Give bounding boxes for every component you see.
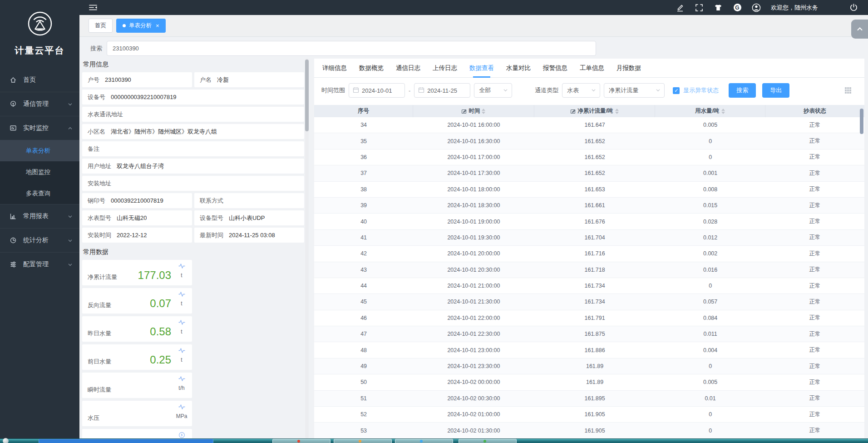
table-row[interactable]: 452024-10-01 21:30:00161.7340.057正常 — [314, 294, 864, 310]
meter-info-panel: 常用信息 户号23100390户名冷新设备号000000003922100078… — [82, 59, 304, 443]
table-row[interactable]: 402024-10-01 19:00:00161.6760.028正常 — [314, 214, 864, 229]
calendar-icon — [418, 87, 424, 95]
tab-data-overview[interactable]: 数据概览 — [359, 59, 384, 78]
sort-carets[interactable] — [721, 109, 725, 114]
field-value: 00000000392210007819 — [111, 94, 177, 100]
tab-data-view[interactable]: 数据查看 — [469, 59, 494, 78]
scrollbar-thumb[interactable] — [305, 60, 309, 131]
info-field: 钢印号0000392210007819 — [82, 193, 192, 208]
taskbar-window-button[interactable] — [272, 439, 330, 443]
tab-water-compare[interactable]: 水量对比 — [506, 59, 531, 78]
taskbar-window-button[interactable] — [459, 439, 517, 443]
table-row[interactable]: 462024-10-01 22:00:00161.7910.084正常 — [314, 310, 864, 326]
info-field: 水表通讯地址 — [82, 107, 304, 122]
sidebar-item-home[interactable]: 首页 — [0, 68, 79, 92]
collapse-sidebar-icon[interactable] — [89, 3, 98, 12]
sort-carets[interactable] — [482, 109, 485, 114]
search-label: 搜索 — [90, 45, 102, 53]
sort-carets[interactable] — [615, 109, 619, 114]
date-range-label: 时间范围 — [321, 86, 345, 95]
data-table: 序号时间净累计流量/吨用水量/吨抄表状态 342024-10-01 16:00:… — [314, 105, 864, 439]
field-value: 2024-11-25 03:08 — [229, 232, 275, 239]
table-row[interactable]: 412024-10-01 19:30:00161.7040.012正常 — [314, 230, 864, 246]
tab-detail-info[interactable]: 详细信息 — [322, 59, 347, 78]
table-row[interactable]: 362024-10-01 17:00:00161.6520正常 — [314, 149, 864, 165]
tab-workorder-info[interactable]: 工单信息 — [580, 59, 604, 78]
taskbar-active-window[interactable] — [39, 439, 213, 443]
tab-home[interactable]: 首页 — [89, 19, 113, 33]
app-title: 计量云平台 — [0, 45, 79, 57]
collapse-panel-button[interactable] — [851, 20, 868, 39]
interval-select[interactable]: 全部 — [474, 83, 512, 98]
table-row[interactable]: 492024-10-01 23:30:00161.890正常 — [314, 358, 864, 374]
table-row[interactable]: 432024-10-01 20:30:00161.7180.016正常 — [314, 262, 864, 278]
sidebar-item-config-mgmt[interactable]: 配置管理 — [0, 252, 79, 276]
abnormal-status-label[interactable]: 显示异常状态 — [683, 86, 719, 95]
os-taskbar — [0, 438, 868, 443]
stat-label: 反向流量 — [88, 301, 111, 309]
search-input[interactable] — [107, 41, 596, 56]
avatar-icon[interactable] — [752, 3, 761, 12]
sidebar-item-stats-analysis[interactable]: 统计分析 — [0, 228, 79, 252]
tab-single-meter-analysis[interactable]: 单表分析 × — [116, 19, 166, 33]
tab-upload-log[interactable]: 上传日志 — [433, 59, 457, 78]
info-grid: 户号23100390户名冷新设备号00000000392210007819水表通… — [82, 72, 304, 243]
field-value: 冷新 — [217, 76, 229, 84]
sidebar-item-map-monitor[interactable]: 地图监控 — [0, 161, 79, 183]
channel-select[interactable]: 水表 — [562, 83, 600, 98]
edit-icon[interactable] — [676, 3, 685, 12]
tab-comm-log[interactable]: 通信日志 — [396, 59, 420, 78]
table-row[interactable]: 372024-10-01 17:30:00161.6520.001正常 — [314, 165, 864, 181]
table-row[interactable]: 442024-10-01 21:00:00161.7340正常 — [314, 278, 864, 294]
sidebar-item-common-reports[interactable]: 常用报表 — [0, 204, 79, 228]
column-settings-grid-icon[interactable] — [844, 87, 852, 94]
stat-unit: t — [181, 300, 182, 307]
sidebar: 计量云平台 首页通信管理实时监控单表分析地图监控多表查询常用报表统计分析配置管理 — [0, 0, 79, 443]
taskbar-window-button[interactable] — [395, 439, 453, 443]
close-icon[interactable]: × — [156, 22, 159, 29]
theme-shirt-icon[interactable] — [714, 3, 723, 12]
stats-grid: 净累计流量177.03t反向流量0.07t昨日水量0.58t前日水量0.25t瞬… — [82, 260, 304, 443]
fullscreen-icon[interactable] — [695, 3, 704, 12]
table-row[interactable]: 532024-10-02 01:30:00161.9050正常 — [314, 423, 864, 438]
stat-label: 前日水量 — [88, 358, 111, 366]
power-icon[interactable] — [849, 3, 858, 12]
field-label: 户号 — [88, 76, 99, 84]
abnormal-status-checkbox[interactable]: ✓ — [673, 87, 680, 94]
taskbar-window-button[interactable] — [334, 439, 392, 443]
chevron-down-icon — [67, 262, 73, 267]
search-button[interactable]: 搜索 — [729, 83, 756, 98]
start-button[interactable] — [3, 438, 9, 443]
table-scrollbar-thumb[interactable] — [860, 109, 863, 134]
table-row[interactable]: 392024-10-01 18:30:00161.6610.015正常 — [314, 198, 864, 214]
table-row[interactable]: 472024-10-01 22:30:00161.8750.011正常 — [314, 326, 864, 342]
table-row[interactable]: 502024-10-02 00:00:00161.890.005正常 — [314, 374, 864, 390]
field-label: 备注 — [88, 145, 99, 153]
g-translate-icon[interactable]: G — [733, 3, 742, 12]
sidebar-item-comm-mgmt[interactable]: 通信管理 — [0, 92, 79, 116]
table-row[interactable]: 522024-10-02 01:00:00161.9050正常 — [314, 407, 864, 423]
left-panel-scrollbar[interactable] — [305, 59, 309, 438]
start-date-input[interactable]: 2024-10-01 — [349, 83, 405, 98]
meter-data-panel: 详细信息数据概览通信日志上传日志数据查看水量对比报警信息工单信息月报数据 时间范… — [314, 59, 864, 443]
info-field: 用户地址双龙寺八组台子湾 — [82, 159, 304, 174]
table-row[interactable]: 352024-10-01 16:30:00161.6520正常 — [314, 133, 864, 149]
stat-value: 0.25 — [150, 353, 171, 366]
info-field: 最新时间2024-11-25 03:08 — [194, 228, 304, 243]
tab-monthly-report[interactable]: 月报数据 — [616, 59, 641, 78]
export-button[interactable]: 导出 — [762, 83, 789, 98]
table-row[interactable]: 422024-10-01 20:00:00161.7160.002正常 — [314, 246, 864, 262]
table-row[interactable]: 382024-10-01 18:00:00161.6530.008正常 — [314, 182, 864, 198]
end-date-input[interactable]: 2024-11-25 — [414, 83, 470, 98]
sidebar-item-realtime-monitor[interactable]: 实时监控 — [0, 116, 79, 140]
table-row[interactable]: 512024-10-02 00:30:00161.8950.01正常 — [314, 391, 864, 407]
metric-select[interactable]: 净累计流量 — [604, 83, 665, 98]
stat-unit: t — [181, 329, 182, 335]
stat-value: 0.58 — [150, 325, 171, 338]
table-row[interactable]: 482024-10-01 23:00:00161.8860.004正常 — [314, 342, 864, 358]
tab-alarm-info[interactable]: 报警信息 — [543, 59, 567, 78]
sidebar-item-single-meter-analysis[interactable]: 单表分析 — [0, 140, 79, 161]
stat-card: 净累计流量177.03t — [82, 260, 192, 285]
sidebar-item-multi-meter-query[interactable]: 多表查询 — [0, 183, 79, 204]
table-row[interactable]: 342024-10-01 16:00:00161.6470.005正常 — [314, 117, 864, 133]
